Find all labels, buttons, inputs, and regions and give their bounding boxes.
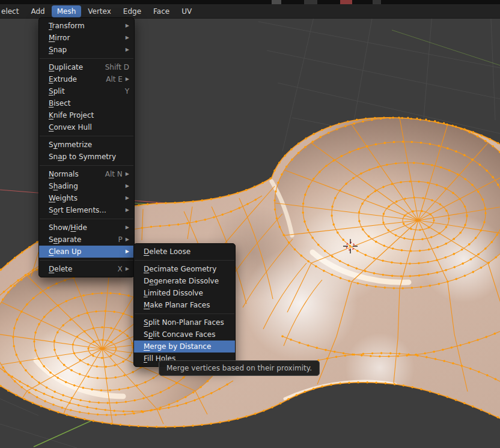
menu-item-label: Snap: [49, 46, 67, 54]
axis-line-green-top: [392, 30, 500, 68]
submenu-arrow-icon: ▶: [126, 47, 129, 52]
menu-item-label: Degenerate Dissolve: [144, 277, 219, 285]
menu-item-shortcut: P: [118, 235, 123, 244]
menu-item-sort-elements[interactable]: Sort Elements...▶: [39, 204, 134, 216]
menubar-item-face[interactable]: Face: [148, 5, 175, 17]
menu-item-bisect[interactable]: Bisect: [39, 97, 134, 109]
menu-item-label: Convex Hull: [49, 123, 92, 132]
menu-item-label: Split Non-Planar Faces: [144, 318, 224, 327]
clean-up-submenu: Delete LooseDecimate GeometryDegenerate …: [133, 243, 236, 367]
clipped-header-fragment: [340, 0, 352, 4]
menu-item-label: Extrude: [49, 75, 77, 83]
menu-item-label: Transform: [49, 22, 85, 30]
menubar-item-edge[interactable]: Edge: [118, 5, 147, 17]
menu-item-label: Split: [49, 87, 65, 95]
menu-separator: [135, 260, 234, 261]
menu-item-convex-hull[interactable]: Convex Hull: [39, 121, 134, 133]
menu-item-label: Decimate Geometry: [144, 265, 216, 273]
menubar-item-mesh[interactable]: Mesh: [52, 5, 82, 17]
menu-separator: [40, 136, 133, 136]
menu-item-shortcut: Shift D: [105, 63, 129, 71]
menu-item-label: Snap to Symmetry: [49, 153, 116, 161]
submenu-arrow-icon: ▶: [126, 267, 129, 271]
submenu-arrow-icon: ▶: [126, 208, 129, 213]
menu-item-shortcut: Alt E: [106, 75, 123, 83]
clipped-top-header: [0, 0, 500, 4]
menu-item-shortcut: X: [118, 265, 123, 273]
submenu-arrow-icon: ▶: [126, 35, 129, 40]
menubar-item-add[interactable]: Add: [25, 5, 50, 17]
menu-item-label: Show/Hide: [49, 223, 87, 232]
menu-item-split[interactable]: SplitY: [39, 85, 134, 97]
menu-item-duplicate[interactable]: DuplicateShift D: [39, 61, 134, 73]
menubar-item-vertex[interactable]: Vertex: [82, 5, 117, 17]
menu-item-delete-loose[interactable]: Delete Loose: [134, 246, 235, 258]
menu-separator: [40, 165, 133, 166]
menu-item-degenerate-dissolve[interactable]: Degenerate Dissolve: [134, 275, 235, 287]
menu-item-label: Shading: [49, 182, 78, 190]
submenu-arrow-icon: ▶: [126, 23, 129, 28]
clipped-header-fragment: [373, 0, 381, 4]
menu-item-label: Clean Up: [49, 247, 81, 256]
menu-item-label: Delete Loose: [144, 247, 191, 256]
mesh-menu-dropdown: Transform▶Mirror▶Snap▶DuplicateShift DEx…: [38, 17, 135, 277]
menu-item-limited-dissolve[interactable]: Limited Dissolve: [134, 287, 235, 299]
menu-item-snap-to-symmetry[interactable]: Snap to Symmetry: [39, 151, 134, 163]
menu-item-split-non-planar-faces[interactable]: Split Non-Planar Faces: [134, 316, 235, 328]
menu-item-extrude[interactable]: ExtrudeAlt E▶: [39, 73, 134, 85]
menu-separator: [40, 260, 133, 261]
menu-item-label: Limited Dissolve: [144, 289, 203, 297]
menubar-item-uv[interactable]: UV: [176, 5, 197, 17]
menu-item-split-concave-faces[interactable]: Split Concave Faces: [134, 328, 235, 341]
menu-item-separate[interactable]: SeparateP▶: [39, 234, 134, 246]
clipped-header-fragment: [304, 0, 317, 4]
menu-item-shading[interactable]: Shading▶: [39, 180, 134, 192]
menu-item-label: Merge by Distance: [144, 342, 211, 351]
menu-separator: [40, 58, 133, 59]
submenu-arrow-icon: ▶: [126, 196, 129, 201]
submenu-arrow-icon: ▶: [126, 184, 129, 189]
menu-item-normals[interactable]: NormalsAlt N▶: [39, 168, 134, 180]
submenu-arrow-icon: ▶: [126, 249, 129, 254]
menu-separator: [40, 219, 133, 219]
menu-item-delete[interactable]: DeleteX▶: [39, 263, 134, 275]
menu-item-snap[interactable]: Snap▶: [39, 44, 134, 56]
menu-item-label: Duplicate: [49, 63, 83, 71]
menu-item-label: Weights: [49, 194, 78, 202]
menubar-item-elect[interactable]: elect: [0, 5, 24, 17]
viewport-header-menubar: electAddMeshVertexEdgeFaceUV: [0, 4, 500, 19]
menu-item-label: Normals: [49, 170, 79, 178]
submenu-arrow-icon: ▶: [126, 225, 129, 230]
menu-item-label: Delete: [49, 265, 72, 273]
menu-item-shortcut: Alt N: [105, 170, 123, 178]
tooltip-text: Merge vertices based on their proximity.: [166, 364, 312, 372]
menu-item-transform[interactable]: Transform▶: [39, 20, 134, 32]
menu-item-knife-project[interactable]: Knife Project: [39, 109, 134, 121]
menu-item-shortcut: Y: [125, 87, 129, 95]
menu-item-weights[interactable]: Weights▶: [39, 192, 134, 204]
clipped-header-fragment: [272, 0, 281, 4]
tooltip: Merge vertices based on their proximity.: [159, 360, 320, 376]
menu-item-label: Bisect: [49, 99, 71, 107]
menu-item-label: Make Planar Faces: [144, 301, 210, 309]
menu-item-merge-by-distance[interactable]: Merge by Distance: [134, 341, 235, 353]
blender-window: electAddMeshVertexEdgeFaceUV Transform▶M…: [0, 0, 500, 448]
menu-item-label: Mirror: [49, 34, 70, 42]
submenu-arrow-icon: ▶: [126, 77, 129, 82]
menu-item-label: Sort Elements...: [49, 206, 106, 214]
menu-item-clean-up[interactable]: Clean Up▶: [39, 246, 134, 258]
menu-item-label: Separate: [49, 235, 81, 244]
menu-item-label: Split Concave Faces: [144, 330, 215, 339]
menu-item-make-planar-faces[interactable]: Make Planar Faces: [134, 299, 235, 311]
menu-item-label: Knife Project: [49, 111, 94, 120]
menu-item-mirror[interactable]: Mirror▶: [39, 32, 134, 44]
menu-item-symmetrize[interactable]: Symmetrize: [39, 139, 134, 151]
menu-item-show-hide[interactable]: Show/Hide▶: [39, 222, 134, 234]
submenu-arrow-icon: ▶: [126, 172, 129, 177]
menu-separator: [135, 313, 234, 314]
menu-item-decimate-geometry[interactable]: Decimate Geometry: [134, 263, 235, 275]
submenu-arrow-icon: ▶: [126, 237, 129, 242]
menu-item-label: Symmetrize: [49, 141, 92, 149]
